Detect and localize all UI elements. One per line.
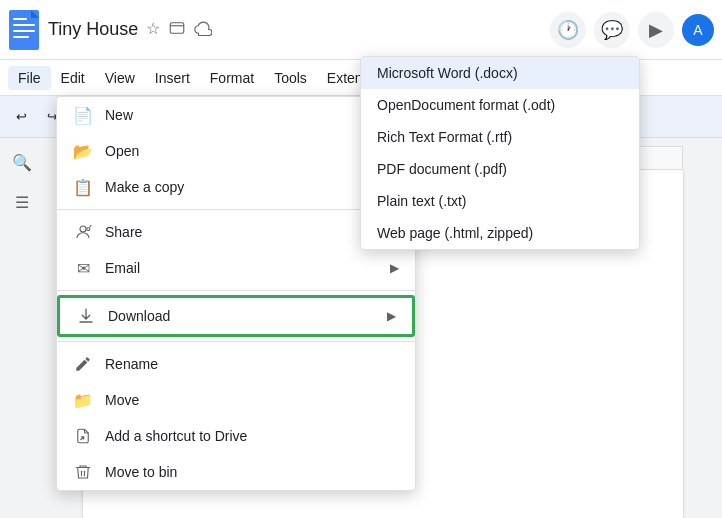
- html-label: Web page (.html, zipped): [377, 225, 533, 241]
- svg-point-9: [87, 228, 90, 231]
- title-icons: ☆: [146, 19, 212, 41]
- txt-label: Plain text (.txt): [377, 193, 466, 209]
- avatar[interactable]: A: [682, 14, 714, 46]
- file-menu-share-label: Share: [105, 224, 390, 240]
- outline-sidebar-icon[interactable]: ☰: [6, 186, 38, 218]
- menu-item-edit[interactable]: Edit: [51, 66, 95, 90]
- pdf-label: PDF document (.pdf): [377, 161, 507, 177]
- svg-rect-2: [13, 24, 35, 26]
- file-menu-rename-label: Rename: [105, 356, 399, 372]
- submenu-html[interactable]: Web page (.html, zipped): [361, 217, 639, 249]
- top-right-area: 🕐 💬 ▶ A: [550, 12, 714, 48]
- submenu-rtf[interactable]: Rich Text Format (.rtf): [361, 121, 639, 153]
- svg-line-10: [90, 225, 92, 227]
- star-icon[interactable]: ☆: [146, 19, 160, 41]
- file-menu-rename[interactable]: Rename: [57, 346, 415, 382]
- new-doc-icon: 📄: [73, 105, 93, 125]
- file-menu-copy-label: Make a copy: [105, 179, 399, 195]
- trash-icon: [73, 462, 93, 482]
- file-menu-download[interactable]: Download ▶: [57, 295, 415, 337]
- file-menu-open-label: Open: [105, 143, 361, 159]
- share-icon: [73, 222, 93, 242]
- drive-icon[interactable]: [168, 19, 186, 41]
- svg-point-8: [80, 226, 86, 232]
- file-menu-shortcut-label: Add a shortcut to Drive: [105, 428, 399, 444]
- top-bar: Tiny House ☆ 🕐 💬 ▶ A: [0, 0, 722, 60]
- file-menu-move[interactable]: 📁 Move: [57, 382, 415, 418]
- history-icon[interactable]: 🕐: [550, 12, 586, 48]
- file-menu-trash-label: Move to bin: [105, 464, 399, 480]
- docx-label: Microsoft Word (.docx): [377, 65, 518, 81]
- submenu-docx[interactable]: Microsoft Word (.docx): [361, 57, 639, 89]
- copy-icon: 📋: [73, 177, 93, 197]
- submenu-txt[interactable]: Plain text (.txt): [361, 185, 639, 217]
- file-menu-download-label: Download: [108, 308, 387, 324]
- file-menu-email-label: Email: [105, 260, 390, 276]
- docs-logo-icon: [8, 10, 40, 50]
- divider-3: [57, 341, 415, 342]
- file-menu-email[interactable]: ✉ Email ▶: [57, 250, 415, 286]
- rename-icon: [73, 354, 93, 374]
- present-icon[interactable]: ▶: [638, 12, 674, 48]
- menu-item-file[interactable]: File: [8, 66, 51, 90]
- odt-label: OpenDocument format (.odt): [377, 97, 555, 113]
- file-menu-new-label: New: [105, 107, 390, 123]
- submenu-odt[interactable]: OpenDocument format (.odt): [361, 89, 639, 121]
- divider-2: [57, 290, 415, 291]
- menu-item-tools[interactable]: Tools: [264, 66, 317, 90]
- svg-rect-3: [13, 30, 35, 32]
- shortcut-icon: [73, 426, 93, 446]
- sidebar: 🔍 ☰: [0, 138, 44, 518]
- search-sidebar-icon[interactable]: 🔍: [6, 146, 38, 178]
- move-icon: 📁: [73, 390, 93, 410]
- cloud-icon[interactable]: [194, 19, 212, 41]
- undo-btn[interactable]: ↩: [8, 105, 35, 128]
- email-icon: ✉: [73, 258, 93, 278]
- file-menu-shortcut[interactable]: Add a shortcut to Drive: [57, 418, 415, 454]
- download-icon: [76, 306, 96, 326]
- svg-rect-1: [13, 18, 27, 20]
- doc-title: Tiny House: [48, 19, 138, 40]
- file-menu-trash[interactable]: Move to bin: [57, 454, 415, 490]
- menu-item-view[interactable]: View: [95, 66, 145, 90]
- submenu-pdf[interactable]: PDF document (.pdf): [361, 153, 639, 185]
- download-submenu: Microsoft Word (.docx) OpenDocument form…: [360, 56, 640, 250]
- menu-item-format[interactable]: Format: [200, 66, 264, 90]
- email-arrow-icon: ▶: [390, 261, 399, 275]
- file-menu-move-label: Move: [105, 392, 399, 408]
- menu-item-insert[interactable]: Insert: [145, 66, 200, 90]
- comment-icon[interactable]: 💬: [594, 12, 630, 48]
- open-icon: 📂: [73, 141, 93, 161]
- download-arrow-icon: ▶: [387, 309, 396, 323]
- rtf-label: Rich Text Format (.rtf): [377, 129, 512, 145]
- svg-rect-6: [171, 22, 185, 33]
- svg-rect-4: [13, 36, 29, 38]
